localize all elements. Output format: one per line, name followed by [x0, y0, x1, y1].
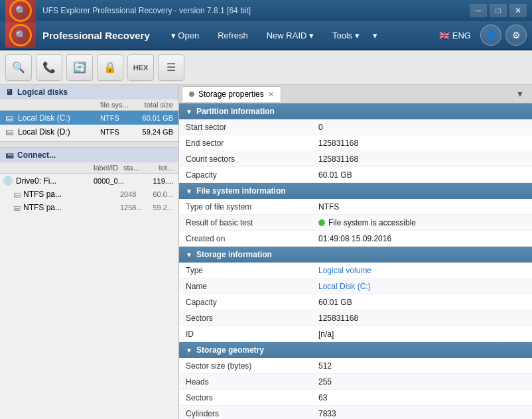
tools-menu[interactable]: Tools ▾	[324, 27, 367, 44]
collapse-icon-geom: ▼	[186, 347, 192, 354]
monitor-icon: 🖥	[5, 88, 13, 97]
part-size-2: 59.2...	[147, 204, 173, 211]
section-divider	[0, 141, 178, 148]
minimize-button[interactable]: ─	[470, 4, 487, 17]
tab-label: Storage properties	[198, 90, 264, 99]
end-sector-label: End sector	[186, 139, 318, 148]
disk-name-d: Local Disk (D:)	[18, 127, 100, 137]
prop-capacity-storage: Capacity 60.01 GB	[179, 294, 532, 310]
connect-header: 🖴 Connect...	[0, 148, 178, 162]
drive-icon-0: 💿	[3, 176, 13, 186]
col-name-label	[5, 101, 100, 109]
sectors-storage-label: Sectors	[186, 314, 318, 323]
window-controls: ─ □ ✕	[470, 4, 527, 17]
tab-bar: Storage properties ✕ ▼	[179, 85, 532, 103]
menu-right: 🇬🇧 ENG 👤 ⚙	[434, 25, 527, 46]
prop-basic-test: Result of basic test File system is acce…	[179, 215, 532, 231]
maximize-button[interactable]: □	[490, 4, 507, 17]
language-button[interactable]: 🇬🇧 ENG	[434, 28, 476, 43]
tab-dot	[189, 91, 194, 97]
refresh-tool-button[interactable]: 🔄	[66, 54, 93, 81]
connect-col-sta: sta...	[123, 164, 147, 172]
connect-col-headers: label/ID sta... tot...	[0, 162, 178, 174]
accessible-badge: File system is accessible	[318, 218, 525, 227]
created-on-value: 01:49:08 15.09.2016	[318, 234, 525, 243]
capacity-partition-value: 60.01 GB	[318, 170, 525, 180]
prop-end-sector: End sector 125831168	[179, 135, 532, 151]
lock-tool-button[interactable]: 🔒	[97, 54, 123, 81]
start-sector-label: Start sector	[186, 123, 318, 132]
prop-start-sector: Start sector 0	[179, 119, 532, 135]
disk-item-d[interactable]: 🖴 Local Disk (D:) NTFS 59.24 GB	[0, 125, 178, 139]
new-raid-menu[interactable]: New RAID ▾	[259, 27, 322, 44]
connect-col-label: label/ID	[94, 164, 123, 172]
connect-col-tot: tot...	[147, 164, 173, 172]
disk-item-c[interactable]: 🖴 Local Disk (C:) NTFS 60.01 GB	[0, 111, 178, 125]
refresh-menu[interactable]: Refresh	[210, 27, 256, 44]
drive-label-0: 0000_0...	[94, 177, 123, 185]
disk-size-d: 59.24 GB	[133, 128, 173, 136]
part-start-2: 1258...	[120, 204, 147, 211]
disk-size-c: 60.01 GB	[133, 114, 173, 122]
sector-size-value: 512	[318, 361, 525, 371]
storage-info-header: ▼ Storage information	[179, 247, 532, 263]
prop-count-sectors: Count sectors 125831168	[179, 151, 532, 167]
disk-icon-c: 🖴	[5, 113, 14, 123]
prop-cylinders: Cylinders 7833	[179, 406, 532, 419]
name-value[interactable]: Local Disk (C:)	[318, 282, 525, 291]
app-icon	[5, 0, 36, 23]
part-icon-1: 🖴	[13, 190, 21, 198]
partition-item-1[interactable]: 🖴 NTFS pa... 2048 60.0...	[0, 188, 178, 201]
count-sectors-value: 125831168	[318, 154, 525, 164]
tab-close-button[interactable]: ✕	[268, 90, 274, 99]
type-value[interactable]: Logical volume	[318, 266, 525, 275]
storage-geometry-header: ▼ Storage geometry	[179, 342, 532, 358]
search-tool-button[interactable]: 🔍	[5, 54, 32, 81]
prop-sector-size: Sector size (bytes) 512	[179, 358, 532, 374]
part-size-1: 60.0...	[147, 190, 173, 198]
phone-tool-button[interactable]: 📞	[36, 54, 62, 81]
part-name-1: NTFS pa...	[23, 190, 120, 199]
prop-name: Name Local Disk (C:)	[179, 278, 532, 294]
hex-tool-button[interactable]: HEX	[127, 54, 154, 81]
filesystem-info-label: File system information	[196, 186, 286, 196]
disk-fs-d: NTFS	[100, 128, 133, 136]
user-button[interactable]: 👤	[480, 25, 501, 46]
main-content: 🖥 Logical disks file sys... total size 🖴…	[0, 85, 532, 419]
menu-arrow[interactable]: ▾	[370, 30, 380, 40]
name-label: Name	[186, 282, 318, 291]
menu-items: ▾ Open Refresh New RAID ▾ Tools ▾ ▾	[163, 27, 380, 44]
drive-item-0[interactable]: 💿 Drive0: Fi... 0000_0... 119....	[0, 174, 178, 188]
tab-scroll-button[interactable]: ▼	[511, 87, 529, 101]
connect-label: Connect...	[17, 150, 56, 160]
fs-type-label: Type of file system	[186, 202, 318, 211]
green-dot-icon	[318, 219, 325, 226]
accessible-text: File system is accessible	[328, 218, 416, 227]
col-size-label: total size	[133, 101, 173, 109]
partition-info-header: ▼ Partition information	[179, 103, 532, 119]
storage-info-label: Storage information	[196, 250, 272, 259]
logical-disks-label: Logical disks	[17, 88, 68, 97]
prop-type: Type Logical volume	[179, 263, 532, 278]
part-name-2: NTFS pa...	[23, 203, 120, 212]
end-sector-value: 125831168	[318, 139, 525, 148]
filesystem-info-header: ▼ File system information	[179, 183, 532, 199]
close-button[interactable]: ✕	[509, 4, 527, 17]
app-logo	[5, 23, 36, 48]
storage-properties-tab[interactable]: Storage properties ✕	[182, 86, 281, 102]
fs-type-value: NTFS	[318, 202, 525, 211]
partition-item-2[interactable]: 🖴 NTFS pa... 1258... 59.2...	[0, 201, 178, 214]
open-menu[interactable]: ▾ Open	[163, 27, 207, 44]
cylinders-value: 7833	[318, 409, 525, 418]
settings-button[interactable]: ⚙	[505, 25, 527, 46]
prop-sectors-geom: Sectors 63	[179, 390, 532, 406]
capacity-storage-label: Capacity	[186, 298, 318, 307]
toolbar: 🔍 📞 🔄 🔒 HEX ☰	[0, 50, 532, 85]
collapse-icon-fs: ▼	[186, 188, 192, 195]
collapse-icon-storage: ▼	[186, 251, 192, 259]
start-sector-value: 0	[318, 123, 525, 132]
heads-value: 255	[318, 377, 525, 387]
capacity-storage-value: 60.01 GB	[318, 298, 525, 307]
list-tool-button[interactable]: ☰	[158, 54, 184, 81]
part-start-1: 2048	[120, 190, 147, 198]
